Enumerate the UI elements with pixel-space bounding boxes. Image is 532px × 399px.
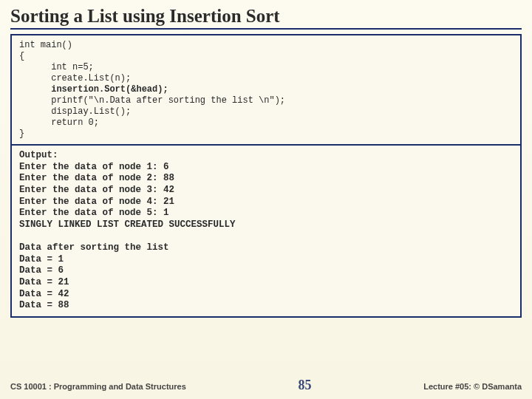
output-line: Data = 1 [19,254,64,265]
output-line: Enter the data of node 4: 21 [19,197,174,207]
code-line: printf("\n.Data after sorting the list \… [19,95,285,106]
lecture-credit: Lecture #05: © DSamanta [423,382,522,391]
output-line: Data = 21 [19,277,69,287]
code-line: int n=5; [19,62,94,72]
slide-title: Sorting a List using Insertion Sort [10,6,522,30]
output-line: Enter the data of node 2: 88 [19,173,174,183]
page-number: 85 [298,378,311,393]
code-line: display.List(); [19,106,131,117]
course-code: CS 10001 : Programming and Data Structur… [10,382,186,391]
output-line: Data = 88 [19,300,69,310]
code-line: insertion.Sort(&head); [19,84,168,95]
output-line: Data = 42 [19,289,69,299]
output-block: Output: Enter the data of node 1: 6 Ente… [10,146,522,318]
code-line: create.List(n); [19,73,131,83]
slide: Sorting a List using Insertion Sort int … [0,0,532,399]
code-line: { [19,51,24,61]
output-line: Data after sorting the list [19,242,169,253]
code-block: int main() { int n=5; create.List(n); in… [10,34,522,146]
code-line: int main() [19,40,72,50]
output-line: Enter the data of node 1: 6 [19,162,169,172]
output-line: Enter the data of node 5: 1 [19,208,169,218]
output-line: Enter the data of node 3: 42 [19,185,174,195]
code-line: return 0; [19,117,99,128]
footer: CS 10001 : Programming and Data Structur… [10,378,522,393]
output-line: Data = 6 [19,265,64,276]
output-line: SINGLY LINKED LIST CREATED SUCCESSFULLY [19,219,236,230]
code-line: } [19,129,24,139]
output-header: Output: [19,150,58,160]
